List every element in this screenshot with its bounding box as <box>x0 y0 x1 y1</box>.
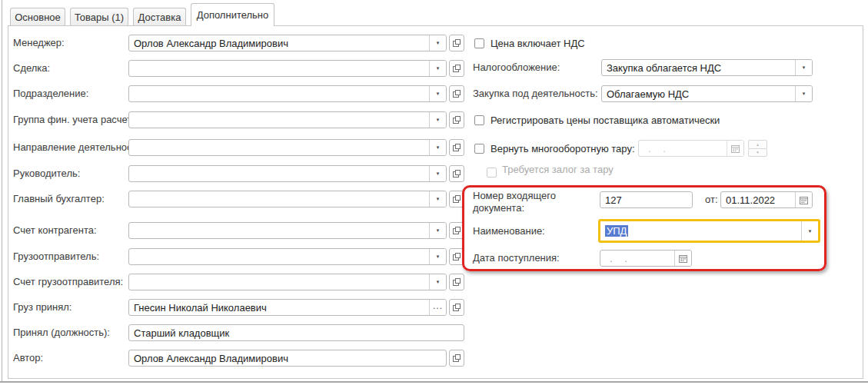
incoming-date-input[interactable]: 01.11.2022 <box>720 191 813 208</box>
fin-group-open-button[interactable] <box>449 111 464 128</box>
return-tare-date-spinner[interactable]: ▲ ▼ <box>748 140 767 157</box>
consignor-account-label: Счет грузоотправителя: <box>13 274 123 290</box>
incoming-date-value: 01.11.2022 <box>721 194 795 206</box>
cargo-accepted-open-button[interactable] <box>449 299 464 316</box>
register-supplier-prices-checkbox[interactable] <box>474 115 484 125</box>
return-tare-checkbox[interactable] <box>474 144 484 154</box>
chevron-down-icon: ▼ <box>436 118 441 122</box>
tab-dostavka[interactable]: Доставка <box>133 8 186 25</box>
head-open-button[interactable] <box>449 165 464 182</box>
chevron-down-icon: ▼ <box>802 91 806 96</box>
ellipsis-icon: ... <box>433 301 443 314</box>
head-combobox[interactable]: ▼ <box>128 165 447 182</box>
chevron-down-icon: ▼ <box>436 171 441 176</box>
row-purchase-activity: Закупка под деятельность: Облагаемую НДС… <box>0 85 868 102</box>
consignor-dropdown-button[interactable]: ▼ <box>429 249 446 264</box>
open-link-icon <box>452 353 461 363</box>
cargo-accepted-value: Гнесин Николай Николаевич <box>129 302 429 314</box>
incoming-date-calendar-button[interactable] <box>795 192 812 207</box>
return-tare-date-input[interactable]: . . <box>638 140 744 157</box>
author-value: Орлов Александр Владимирович <box>129 353 446 364</box>
author-input[interactable]: Орлов Александр Владимирович <box>128 350 447 367</box>
open-link-icon <box>452 38 461 48</box>
name-combobox-focused[interactable]: УПД ▼ <box>598 219 820 243</box>
chief-accountant-dropdown-button[interactable]: ▼ <box>429 191 446 207</box>
row-consignor-account: Счет грузоотправителя: ▼ <box>0 274 868 290</box>
open-link-icon <box>452 169 461 178</box>
counterparty-account-dropdown-button[interactable]: ▼ <box>429 223 446 238</box>
manager-combobox[interactable]: Орлов Александр Владимирович ▼ <box>128 35 447 51</box>
consignor-account-combobox[interactable]: ▼ <box>128 274 447 290</box>
selected-text: УПД <box>605 225 628 237</box>
cargo-accepted-input[interactable]: Гнесин Николай Николаевич ... <box>128 299 447 316</box>
purchase-activity-value: Облагаемую НДС <box>602 88 795 100</box>
row-taxation: Налогообложение: Закупка облагается НДС … <box>0 59 868 76</box>
manager-open-button[interactable] <box>449 35 464 51</box>
tab-label: Дополнительно <box>197 9 269 21</box>
author-open-button[interactable] <box>449 350 464 367</box>
open-link-icon <box>452 194 461 204</box>
open-link-icon <box>452 252 461 261</box>
tab-dopolnitelno[interactable]: Дополнительно <box>191 3 274 26</box>
calendar-icon <box>799 195 809 205</box>
chief-accountant-label: Главный бухгалтер: <box>13 191 105 207</box>
open-link-icon <box>452 115 461 124</box>
return-tare-calendar-button[interactable] <box>727 141 743 156</box>
counterparty-account-open-button[interactable] <box>449 222 464 239</box>
open-link-icon <box>452 277 461 287</box>
fin-group-dropdown-button[interactable]: ▼ <box>429 112 446 128</box>
consignor-account-open-button[interactable] <box>449 274 464 290</box>
consignor-account-dropdown-button[interactable]: ▼ <box>429 274 446 290</box>
spin-up-icon[interactable]: ▲ <box>748 140 767 149</box>
receipt-date-input[interactable]: . . <box>600 250 692 267</box>
row-head: Руководитель: ▼ <box>0 165 868 182</box>
row-manager: Менеджер: Орлов Александр Владимирович ▼ <box>0 35 868 51</box>
chief-accountant-open-button[interactable] <box>449 191 464 207</box>
tab-label: Доставка <box>138 12 181 23</box>
fin-group-combobox[interactable]: ▼ <box>128 111 447 128</box>
receipt-date-placeholder: . . <box>600 253 674 264</box>
manager-dropdown-button[interactable]: ▼ <box>429 35 446 51</box>
tab-tovary[interactable]: Товары (1) <box>70 8 128 25</box>
accepted-position-input[interactable]: Старший кладовщик <box>128 324 464 341</box>
cargo-accepted-select-button[interactable]: ... <box>429 300 446 315</box>
activity-direction-combobox[interactable]: ▼ <box>128 139 447 156</box>
consignor-open-button[interactable] <box>449 248 464 265</box>
purchase-activity-dropdown-button[interactable]: ▼ <box>795 86 812 101</box>
return-tare-date-placeholder: . . <box>639 143 727 154</box>
chevron-down-icon: ▼ <box>436 280 441 284</box>
consignor-combobox[interactable]: ▼ <box>128 248 447 265</box>
from-label: от: <box>705 191 718 208</box>
tab-label: Товары (1) <box>75 12 124 23</box>
head-dropdown-button[interactable]: ▼ <box>429 166 446 181</box>
row-accepted-position: Принял (должность): Старший кладовщик <box>0 324 868 341</box>
chevron-down-icon: ▼ <box>436 228 441 233</box>
taxation-combobox[interactable]: Закупка облагается НДС ▼ <box>601 59 813 76</box>
purchase-activity-combobox[interactable]: Облагаемую НДС ▼ <box>601 85 813 102</box>
name-label: Наименование: <box>473 223 545 240</box>
window-bottom-edge <box>0 381 868 383</box>
activity-direction-dropdown-button[interactable]: ▼ <box>429 140 446 155</box>
incoming-number-value: 127 <box>600 194 692 206</box>
activity-direction-open-button[interactable] <box>449 139 464 156</box>
chief-accountant-combobox[interactable]: ▼ <box>128 191 447 207</box>
row-consignor: Грузоотправитель: ▼ <box>0 248 868 265</box>
tab-osnovnoe[interactable]: Основное <box>10 8 65 25</box>
receipt-date-label: Дата поступления: <box>473 250 560 267</box>
chevron-down-icon: ▼ <box>808 229 813 234</box>
open-link-icon <box>452 226 461 235</box>
name-dropdown-button[interactable]: ▼ <box>801 221 818 241</box>
incoming-number-input[interactable]: 127 <box>600 191 693 208</box>
receipt-date-calendar-button[interactable] <box>674 251 691 266</box>
form-additional-tab-page: Основное Товары (1) Доставка Дополнитель… <box>0 0 868 385</box>
taxation-dropdown-button[interactable]: ▼ <box>795 60 812 75</box>
register-supplier-prices-label: Регистрировать цены поставщика автоматич… <box>491 115 720 126</box>
return-tare-label: Вернуть многооборотную тару: <box>491 144 635 154</box>
chevron-down-icon: ▼ <box>802 65 806 70</box>
counterparty-account-combobox[interactable]: ▼ <box>128 222 447 239</box>
manager-label: Менеджер: <box>13 35 65 51</box>
taxation-value: Закупка облагается НДС <box>602 62 795 74</box>
spin-down-icon[interactable]: ▼ <box>748 148 767 158</box>
price-includes-vat-checkbox[interactable] <box>474 38 484 48</box>
fin-group-label: Группа фин. учета расчетов: <box>13 111 145 128</box>
